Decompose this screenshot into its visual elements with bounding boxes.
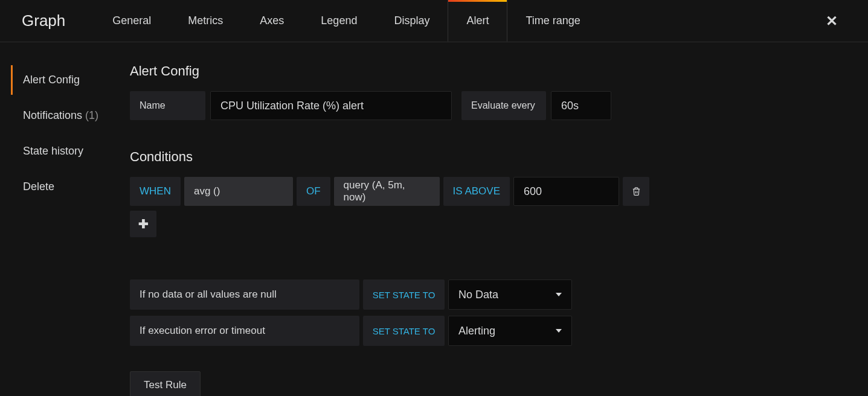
content: Alert Config Name Evaluate every Conditi… (124, 42, 868, 396)
evaluate-every-input[interactable] (551, 91, 611, 120)
chevron-down-icon (556, 293, 562, 296)
sidebar: Alert Config Notifications (1) State his… (0, 42, 124, 396)
chevron-down-icon (556, 329, 562, 333)
condition-delete-button[interactable] (623, 177, 649, 206)
alert-name-input[interactable] (210, 91, 452, 120)
topbar: Graph General Metrics Axes Legend Displa… (0, 0, 868, 42)
tab-display[interactable]: Display (375, 0, 448, 42)
test-rule-button[interactable]: Test Rule (130, 371, 201, 396)
condition-operator-select[interactable]: IS ABOVE (443, 177, 510, 206)
section-header-alert-config: Alert Config (130, 63, 856, 79)
sidebar-item-label: Notifications (23, 109, 82, 121)
condition-of-keyword: OF (297, 177, 330, 206)
topbar-tabs: General Metrics Axes Legend Display Aler… (94, 0, 820, 42)
add-condition-button[interactable]: ✚ (130, 211, 156, 237)
condition-query-select[interactable]: query (A, 5m, now) (334, 177, 440, 206)
panel-type-title: Graph (22, 11, 65, 30)
trash-icon (632, 187, 641, 196)
error-state-select[interactable]: Alerting (448, 316, 572, 346)
nodata-set-state-label: SET STATE TO (363, 279, 445, 310)
condition-row: WHEN avg () OF query (A, 5m, now) IS ABO… (130, 177, 856, 206)
name-label: Name (130, 91, 205, 120)
sidebar-item-state-history[interactable]: State history (11, 136, 124, 166)
close-icon[interactable]: ✕ (820, 13, 844, 30)
nodata-state-value: No Data (458, 289, 498, 301)
tab-time-range[interactable]: Time range (507, 0, 599, 42)
error-state-value: Alerting (458, 325, 495, 337)
tab-general[interactable]: General (94, 0, 170, 42)
sidebar-item-count: (1) (85, 109, 98, 121)
error-label: If execution error or timeout (130, 316, 359, 346)
condition-threshold-input[interactable] (513, 177, 619, 206)
error-set-state-label: SET STATE TO (363, 316, 445, 346)
condition-reducer-select[interactable]: avg () (184, 177, 293, 206)
section-header-conditions: Conditions (130, 149, 856, 165)
tab-metrics[interactable]: Metrics (169, 0, 242, 42)
evaluate-every-label: Evaluate every (461, 91, 546, 120)
nodata-state-select[interactable]: No Data (448, 279, 572, 310)
error-state-row: If execution error or timeout SET STATE … (130, 316, 856, 346)
nodata-label: If no data or all values are null (130, 279, 359, 310)
sidebar-item-alert-config[interactable]: Alert Config (11, 65, 124, 95)
plus-icon: ✚ (138, 217, 149, 231)
tab-legend[interactable]: Legend (302, 0, 376, 42)
nodata-state-row: If no data or all values are null SET ST… (130, 279, 856, 310)
condition-when-keyword[interactable]: WHEN (130, 177, 181, 206)
sidebar-item-delete[interactable]: Delete (11, 172, 124, 202)
tab-alert[interactable]: Alert (448, 0, 507, 42)
sidebar-item-notifications[interactable]: Notifications (1) (11, 101, 124, 130)
tab-axes[interactable]: Axes (241, 0, 303, 42)
